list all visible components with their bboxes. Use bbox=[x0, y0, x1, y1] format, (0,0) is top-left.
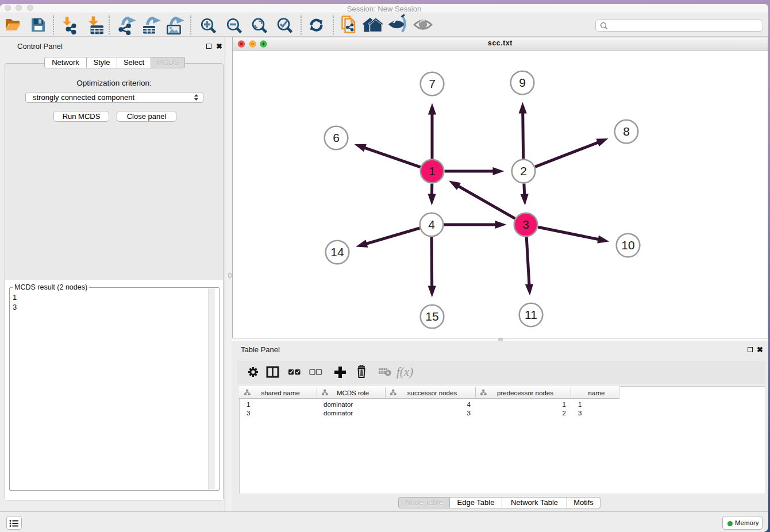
svg-text:10: 10 bbox=[621, 238, 634, 252]
svg-text:successor nodes: successor nodes bbox=[407, 390, 457, 396]
svg-text:15: 15 bbox=[425, 310, 438, 323]
svg-text:7: 7 bbox=[429, 77, 436, 90]
svg-text:shared name: shared name bbox=[261, 390, 299, 396]
svg-text:MCDS role: MCDS role bbox=[337, 390, 369, 396]
svg-text:14: 14 bbox=[330, 245, 344, 259]
svg-text:f(x): f(x) bbox=[396, 365, 413, 379]
svg-text:2: 2 bbox=[563, 410, 566, 417]
svg-text:4: 4 bbox=[467, 401, 471, 408]
svg-text:1: 1 bbox=[429, 164, 436, 178]
svg-text:6: 6 bbox=[333, 131, 340, 144]
svg-text:3: 3 bbox=[578, 410, 582, 417]
svg-text:3: 3 bbox=[247, 410, 250, 417]
svg-text:1: 1 bbox=[563, 401, 566, 408]
svg-text:1: 1 bbox=[578, 401, 582, 408]
svg-text:dominator: dominator bbox=[324, 401, 353, 408]
svg-text:4: 4 bbox=[428, 218, 435, 231]
svg-text:2: 2 bbox=[520, 164, 527, 178]
svg-text:predecessor nodes: predecessor nodes bbox=[497, 390, 553, 396]
svg-text:dominator: dominator bbox=[324, 410, 353, 417]
svg-text:9: 9 bbox=[519, 76, 526, 89]
svg-text:3: 3 bbox=[467, 410, 471, 417]
svg-text:1: 1 bbox=[247, 401, 250, 408]
svg-text:3: 3 bbox=[522, 218, 529, 231]
svg-text:11: 11 bbox=[525, 308, 537, 321]
svg-text:name: name bbox=[588, 390, 605, 396]
svg-text:8: 8 bbox=[623, 125, 630, 138]
